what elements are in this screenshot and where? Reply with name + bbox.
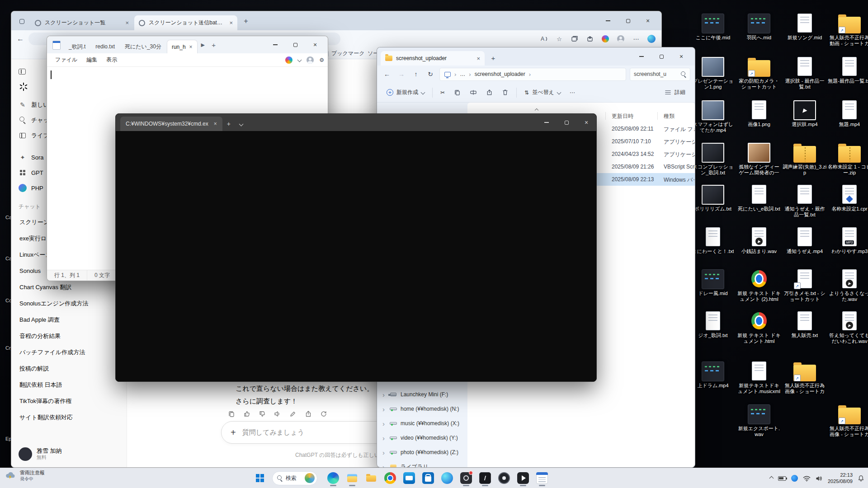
chat-history-item[interactable]: 翻訳依頼 日本語 <box>15 377 123 393</box>
more-options-icon[interactable]: ⋯ <box>566 87 579 99</box>
copilot-icon[interactable] <box>285 56 292 64</box>
favorites-star-icon[interactable]: ☆ <box>555 34 564 43</box>
tab-close-icon[interactable]: × <box>125 19 129 26</box>
up-icon[interactable]: ↑ <box>410 70 421 78</box>
explorer-titlebar[interactable]: screenshot_uploader × + × <box>377 47 695 66</box>
share-icon[interactable] <box>482 86 497 99</box>
nav-item[interactable]: ›home (¥¥homedisk) (N:) <box>382 403 459 415</box>
share-icon[interactable] <box>302 408 314 420</box>
taskbar-app-obs[interactable] <box>495 469 513 487</box>
taskbar-app-folder[interactable] <box>363 469 380 487</box>
settings-gear-icon[interactable]: ⚙ <box>319 57 324 63</box>
close-button[interactable]: × <box>576 114 596 131</box>
chevron-down-icon[interactable] <box>297 58 302 62</box>
minimize-button[interactable] <box>265 36 285 53</box>
copilot-icon[interactable] <box>601 34 610 43</box>
bluetooth-audio-icon[interactable] <box>791 475 798 482</box>
forward-icon[interactable]: → <box>396 70 407 78</box>
maximize-button[interactable] <box>285 36 305 53</box>
collections-icon[interactable] <box>570 34 579 43</box>
refresh-icon[interactable]: ↻ <box>425 70 436 78</box>
column-modified[interactable]: 更新日時 <box>612 113 633 120</box>
new-tab-button[interactable]: + <box>487 52 499 64</box>
extensions-icon[interactable] <box>585 34 594 43</box>
battery-icon[interactable] <box>778 476 786 481</box>
maximize-button[interactable] <box>651 47 671 66</box>
explorer-tab[interactable]: screenshot_uploader × <box>381 51 485 66</box>
clock[interactable]: 22:13 2025/08/09 <box>828 472 853 484</box>
close-button[interactable]: × <box>638 11 658 30</box>
edge-copilot-icon[interactable] <box>647 34 656 43</box>
new-tab-button[interactable]: + <box>208 39 219 51</box>
thumbs-up-icon[interactable] <box>241 408 253 420</box>
notepad-tab[interactable]: redio.txt <box>91 40 119 53</box>
tab-actions-icon[interactable] <box>16 15 28 27</box>
regenerate-icon[interactable] <box>318 408 330 420</box>
sort-button[interactable]: ⇅ 並べ替え <box>520 86 565 99</box>
tab-close-icon[interactable]: × <box>476 55 480 62</box>
minimize-button[interactable] <box>632 47 651 66</box>
copy-icon[interactable] <box>226 408 237 420</box>
chat-history-item[interactable]: サイト翻訳依頼対応 <box>15 409 123 426</box>
thumbs-down-icon[interactable] <box>256 408 268 420</box>
account-row[interactable]: 雅雪 加納 無料 <box>15 445 123 464</box>
nav-item[interactable]: ›photo (¥¥homedisk) (Z:) <box>382 446 458 459</box>
nav-item[interactable]: ›music (¥¥homedisk) (X:) <box>382 417 459 430</box>
tray-overflow-icon[interactable] <box>769 476 774 481</box>
taskbar-app-player[interactable] <box>514 469 532 487</box>
taskbar-app-outlook[interactable] <box>401 469 418 487</box>
chat-history-item[interactable]: TikTok弾幕の著作権 <box>15 393 123 409</box>
cmd-terminal-area[interactable] <box>116 131 596 381</box>
nav-item[interactable]: ›video (¥¥homedisk) (Y:) <box>382 432 458 444</box>
taskbar-app-notepad[interactable] <box>533 469 551 487</box>
new-button[interactable]: +新規作成 <box>382 86 429 99</box>
cut-icon[interactable]: ✂ <box>436 87 449 99</box>
tab-close-icon[interactable]: × <box>214 121 217 127</box>
column-type[interactable]: 種類 <box>664 113 675 120</box>
profile-avatar[interactable] <box>616 34 625 43</box>
delete-icon[interactable] <box>498 86 513 99</box>
taskbar-app-explorer[interactable] <box>344 469 361 487</box>
notifications-bell-icon[interactable] <box>858 475 864 482</box>
read-aloud-speaker-icon[interactable] <box>272 408 283 420</box>
notepad-tabbar[interactable]: _歌詞.tredio.txt死にたい_30分run_h× ▶ + × <box>47 36 328 53</box>
minimize-button[interactable] <box>537 114 557 131</box>
breadcrumb-ellipsis[interactable]: … <box>460 71 465 77</box>
chat-history-item[interactable]: バッチファイル作成方法 <box>15 344 123 361</box>
chat-history-item[interactable]: Sonolusエンジン作成方法 <box>15 296 123 312</box>
nav-item[interactable]: ›Launchkey Mini (F:) <box>382 388 448 401</box>
notepad-tab[interactable]: run_h× <box>167 40 198 53</box>
cmd-titlebar[interactable]: C:¥WINDOWS¥system32¥cmd.ex × + × <box>116 114 596 131</box>
breadcrumb[interactable]: › … › screenshot_uploader › <box>439 68 626 81</box>
chat-history-item[interactable]: 投稿の解説 <box>15 361 123 377</box>
breadcrumb-current[interactable]: screenshot_uploader <box>475 71 525 77</box>
new-tab-button[interactable]: + <box>222 117 235 131</box>
chat-history-item[interactable]: Bad Apple 調査 <box>15 312 123 328</box>
wifi-icon[interactable] <box>803 475 811 482</box>
read-aloud-icon[interactable]: A <box>539 34 548 43</box>
attach-plus-icon[interactable]: + <box>231 427 236 438</box>
menu-file[interactable]: ファイル <box>51 54 82 66</box>
explorer-search-input[interactable]: screenshot_u <box>630 68 690 81</box>
taskbar-app-chat[interactable] <box>458 469 475 487</box>
edit-icon[interactable] <box>287 408 299 420</box>
cmd-tab[interactable]: C:¥WINDOWS¥system32¥cmd.ex × <box>120 117 222 131</box>
start-button[interactable] <box>251 469 269 487</box>
back-icon[interactable]: ← <box>17 35 24 43</box>
menu-edit[interactable]: 編集 <box>82 54 102 66</box>
taskbar-app-chrome[interactable] <box>382 469 399 487</box>
new-tab-button[interactable]: + <box>240 15 252 27</box>
taskbar-weather-widget[interactable]: 雷雨注意報 発令中 <box>5 470 45 482</box>
tab-close-icon[interactable]: × <box>189 44 193 50</box>
taskbar-app-store[interactable] <box>420 469 437 487</box>
close-button[interactable]: × <box>305 36 325 53</box>
volume-icon[interactable] <box>816 475 823 482</box>
taskbar-app-edge-beta[interactable] <box>439 469 456 487</box>
tab-close-icon[interactable]: × <box>229 19 233 26</box>
maximize-button[interactable] <box>618 11 638 30</box>
tab-dropdown-icon[interactable] <box>235 117 248 131</box>
close-button[interactable]: × <box>671 47 691 66</box>
taskbar-app-studio[interactable] <box>476 469 494 487</box>
account-icon[interactable] <box>307 56 314 64</box>
tab-scroll-right-icon[interactable]: ▶ <box>198 39 208 51</box>
